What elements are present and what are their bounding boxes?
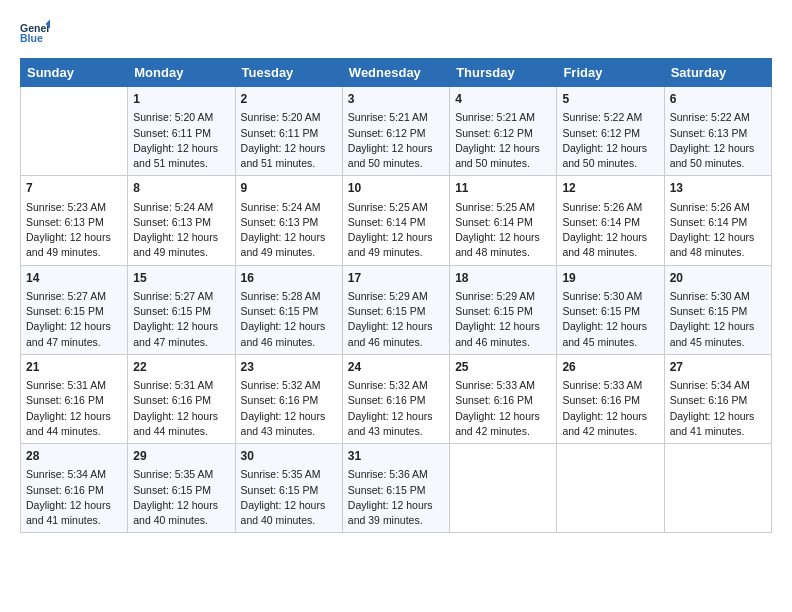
day-number: 9 bbox=[241, 180, 337, 197]
day-detail: and 51 minutes. bbox=[133, 156, 229, 171]
day-detail: Sunrise: 5:36 AM bbox=[348, 467, 444, 482]
day-detail: Daylight: 12 hours bbox=[455, 319, 551, 334]
day-detail: Sunrise: 5:32 AM bbox=[241, 378, 337, 393]
day-number: 24 bbox=[348, 359, 444, 376]
day-detail: Sunrise: 5:30 AM bbox=[562, 289, 658, 304]
day-detail: and 50 minutes. bbox=[455, 156, 551, 171]
day-detail: Daylight: 12 hours bbox=[133, 141, 229, 156]
day-detail: Sunrise: 5:33 AM bbox=[562, 378, 658, 393]
day-cell: 11Sunrise: 5:25 AMSunset: 6:14 PMDayligh… bbox=[450, 176, 557, 265]
day-detail: Sunset: 6:13 PM bbox=[670, 126, 766, 141]
day-detail: and 44 minutes. bbox=[133, 424, 229, 439]
day-detail: Daylight: 12 hours bbox=[562, 230, 658, 245]
day-number: 20 bbox=[670, 270, 766, 287]
day-cell: 16Sunrise: 5:28 AMSunset: 6:15 PMDayligh… bbox=[235, 265, 342, 354]
day-detail: Daylight: 12 hours bbox=[562, 409, 658, 424]
logo-icon: General Blue bbox=[20, 18, 50, 48]
day-cell: 9Sunrise: 5:24 AMSunset: 6:13 PMDaylight… bbox=[235, 176, 342, 265]
day-detail: Daylight: 12 hours bbox=[241, 319, 337, 334]
day-detail: Sunset: 6:14 PM bbox=[670, 215, 766, 230]
day-detail: and 47 minutes. bbox=[26, 335, 122, 350]
week-row-2: 7Sunrise: 5:23 AMSunset: 6:13 PMDaylight… bbox=[21, 176, 772, 265]
day-detail: and 50 minutes. bbox=[348, 156, 444, 171]
day-detail: Sunset: 6:16 PM bbox=[562, 393, 658, 408]
day-detail: Sunset: 6:14 PM bbox=[455, 215, 551, 230]
day-detail: Sunset: 6:15 PM bbox=[562, 304, 658, 319]
day-detail: and 40 minutes. bbox=[133, 513, 229, 528]
day-detail: Daylight: 12 hours bbox=[241, 230, 337, 245]
logo: General Blue bbox=[20, 18, 54, 48]
header-cell-friday: Friday bbox=[557, 59, 664, 87]
day-detail: Sunrise: 5:20 AM bbox=[241, 110, 337, 125]
day-cell: 26Sunrise: 5:33 AMSunset: 6:16 PMDayligh… bbox=[557, 354, 664, 443]
day-detail: and 49 minutes. bbox=[348, 245, 444, 260]
day-cell: 13Sunrise: 5:26 AMSunset: 6:14 PMDayligh… bbox=[664, 176, 771, 265]
day-detail: and 42 minutes. bbox=[562, 424, 658, 439]
day-cell: 14Sunrise: 5:27 AMSunset: 6:15 PMDayligh… bbox=[21, 265, 128, 354]
day-cell: 7Sunrise: 5:23 AMSunset: 6:13 PMDaylight… bbox=[21, 176, 128, 265]
day-number: 6 bbox=[670, 91, 766, 108]
day-number: 14 bbox=[26, 270, 122, 287]
header-cell-saturday: Saturday bbox=[664, 59, 771, 87]
day-detail: Sunset: 6:16 PM bbox=[133, 393, 229, 408]
header-cell-monday: Monday bbox=[128, 59, 235, 87]
header-cell-sunday: Sunday bbox=[21, 59, 128, 87]
day-detail: Sunset: 6:16 PM bbox=[241, 393, 337, 408]
header-row: SundayMondayTuesdayWednesdayThursdayFrid… bbox=[21, 59, 772, 87]
day-detail: Sunset: 6:15 PM bbox=[455, 304, 551, 319]
day-detail: Sunset: 6:15 PM bbox=[670, 304, 766, 319]
day-cell: 19Sunrise: 5:30 AMSunset: 6:15 PMDayligh… bbox=[557, 265, 664, 354]
day-detail: Daylight: 12 hours bbox=[455, 230, 551, 245]
day-cell: 31Sunrise: 5:36 AMSunset: 6:15 PMDayligh… bbox=[342, 444, 449, 533]
day-detail: and 45 minutes. bbox=[562, 335, 658, 350]
day-detail: Sunrise: 5:34 AM bbox=[670, 378, 766, 393]
day-number: 23 bbox=[241, 359, 337, 376]
day-detail: Sunrise: 5:25 AM bbox=[348, 200, 444, 215]
day-detail: Daylight: 12 hours bbox=[241, 141, 337, 156]
day-detail: and 48 minutes. bbox=[670, 245, 766, 260]
day-detail: Sunset: 6:16 PM bbox=[26, 483, 122, 498]
day-number: 22 bbox=[133, 359, 229, 376]
day-detail: Sunrise: 5:27 AM bbox=[133, 289, 229, 304]
day-cell: 28Sunrise: 5:34 AMSunset: 6:16 PMDayligh… bbox=[21, 444, 128, 533]
day-detail: Sunrise: 5:22 AM bbox=[562, 110, 658, 125]
day-cell: 15Sunrise: 5:27 AMSunset: 6:15 PMDayligh… bbox=[128, 265, 235, 354]
day-detail: Sunset: 6:15 PM bbox=[133, 483, 229, 498]
day-detail: and 48 minutes. bbox=[455, 245, 551, 260]
svg-text:Blue: Blue bbox=[20, 32, 43, 44]
day-detail: Daylight: 12 hours bbox=[670, 230, 766, 245]
day-cell: 22Sunrise: 5:31 AMSunset: 6:16 PMDayligh… bbox=[128, 354, 235, 443]
day-detail: Sunset: 6:13 PM bbox=[26, 215, 122, 230]
header-cell-wednesday: Wednesday bbox=[342, 59, 449, 87]
day-detail: and 40 minutes. bbox=[241, 513, 337, 528]
day-detail: Sunset: 6:15 PM bbox=[348, 304, 444, 319]
day-detail: Sunrise: 5:20 AM bbox=[133, 110, 229, 125]
day-detail: and 45 minutes. bbox=[670, 335, 766, 350]
day-detail: Sunrise: 5:26 AM bbox=[670, 200, 766, 215]
day-detail: Sunrise: 5:28 AM bbox=[241, 289, 337, 304]
day-detail: and 47 minutes. bbox=[133, 335, 229, 350]
day-cell: 23Sunrise: 5:32 AMSunset: 6:16 PMDayligh… bbox=[235, 354, 342, 443]
header-cell-tuesday: Tuesday bbox=[235, 59, 342, 87]
day-number: 21 bbox=[26, 359, 122, 376]
header-cell-thursday: Thursday bbox=[450, 59, 557, 87]
day-detail: Sunset: 6:16 PM bbox=[455, 393, 551, 408]
day-number: 7 bbox=[26, 180, 122, 197]
day-detail: and 49 minutes. bbox=[133, 245, 229, 260]
day-cell: 18Sunrise: 5:29 AMSunset: 6:15 PMDayligh… bbox=[450, 265, 557, 354]
week-row-1: 1Sunrise: 5:20 AMSunset: 6:11 PMDaylight… bbox=[21, 87, 772, 176]
day-detail: Daylight: 12 hours bbox=[562, 141, 658, 156]
day-cell: 27Sunrise: 5:34 AMSunset: 6:16 PMDayligh… bbox=[664, 354, 771, 443]
day-detail: Sunset: 6:12 PM bbox=[348, 126, 444, 141]
day-cell: 8Sunrise: 5:24 AMSunset: 6:13 PMDaylight… bbox=[128, 176, 235, 265]
day-detail: Sunrise: 5:23 AM bbox=[26, 200, 122, 215]
day-cell: 24Sunrise: 5:32 AMSunset: 6:16 PMDayligh… bbox=[342, 354, 449, 443]
day-detail: and 44 minutes. bbox=[26, 424, 122, 439]
day-detail: and 39 minutes. bbox=[348, 513, 444, 528]
day-cell bbox=[450, 444, 557, 533]
day-cell: 5Sunrise: 5:22 AMSunset: 6:12 PMDaylight… bbox=[557, 87, 664, 176]
week-row-4: 21Sunrise: 5:31 AMSunset: 6:16 PMDayligh… bbox=[21, 354, 772, 443]
day-detail: Sunrise: 5:31 AM bbox=[133, 378, 229, 393]
day-detail: and 46 minutes. bbox=[348, 335, 444, 350]
day-detail: Sunrise: 5:29 AM bbox=[348, 289, 444, 304]
